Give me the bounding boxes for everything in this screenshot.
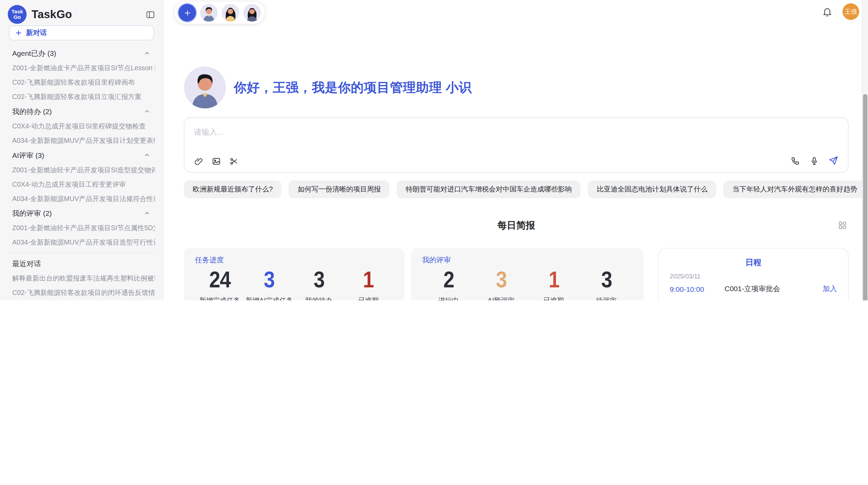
composer-left-tools (194, 157, 239, 166)
sidebar-task-item[interactable]: C02-飞腾新能源轻客改款项目立项汇报方案 (8, 90, 155, 104)
microphone-icon[interactable] (809, 156, 819, 166)
recent-chat-item[interactable]: 公司Q3轻卡销量 (8, 300, 155, 300)
stat-card-label: 任务进度 (195, 255, 393, 265)
stat-card: 我的评审2进行中3AI预评审1已逾期3待评审 (411, 248, 644, 300)
sidebar-task-item[interactable]: C0X4-动力总成开发项目工程变更评审 (8, 177, 155, 191)
main-content: 你好，王强，我是你的项目管理助理 小识 请输入... 欧洲新规最近颁布了什么?如… (184, 25, 848, 300)
agent-avatar-2[interactable] (221, 4, 239, 22)
app-logo: Task Go (8, 5, 27, 24)
suggestion-chip[interactable]: 当下年轻人对汽车外观有怎样的喜好趋势 (724, 181, 866, 198)
vertical-scrollbar[interactable] (862, 0, 868, 300)
layout-grid-icon[interactable] (837, 220, 847, 230)
stat-item: 24新增完成任务 (195, 267, 245, 300)
suggestion-chip[interactable]: 如何写一份清晰的项目周报 (289, 181, 390, 198)
section-label: 我的待办 (2) (12, 107, 52, 116)
new-chat-button[interactable]: 新对话 (9, 25, 154, 40)
section-label: 我的评审 (2) (12, 208, 52, 218)
app-title: TaskGo (32, 8, 141, 21)
recent-chats-header: 最近对话 (8, 257, 155, 271)
add-agent-button[interactable] (178, 4, 196, 22)
recent-chat-item[interactable]: 解释最新出台的欧盟报废车法规再生塑料比例被调至15%... (8, 271, 155, 286)
sidebar-header: Task Go TaskGo (8, 3, 155, 26)
stat-label: 已逾期 (527, 296, 580, 300)
stat-value: 2 (443, 267, 454, 292)
sidebar-section-header[interactable]: AI评审 (3) (8, 148, 155, 163)
left-column: 任务进度24新增完成任务3新增AI完成任务3我的待办1已逾期我的评审2进行中3A… (184, 248, 643, 300)
suggestion-chip[interactable]: 特朗普可能对进口汽车增税会对中国车企造成哪些影响 (397, 181, 581, 198)
assistant-avatar (184, 66, 226, 109)
recent-chat-item[interactable]: C02-飞腾新能源轻客改款项目的闭环通告反馈情况 (8, 286, 155, 300)
chat-input-placeholder: 请输入... (194, 127, 224, 137)
schedule-card: 日程 2025/03/119:00-10:00C001-立项审批会加入2025/… (658, 248, 849, 300)
sidebar-task-item[interactable]: C0X4-动力总成开发项目SI里程碑提交物检查 (8, 119, 155, 133)
schedule-title: 日程 (668, 257, 838, 268)
sidebar-task-item[interactable]: Z001-全新燃油皮卡产品开发项目SI节点Lesson Learn报告 (8, 61, 155, 75)
suggestion-chip[interactable]: 比亚迪全固态电池计划具体说了什么 (588, 181, 716, 198)
user-avatar[interactable]: 王强 (843, 3, 859, 20)
stat-value: 3 (496, 267, 506, 292)
scissors-icon[interactable] (229, 157, 239, 166)
send-icon[interactable] (828, 156, 839, 166)
sidebar-section-header[interactable]: Agent已办 (3) (8, 46, 155, 61)
chevron-up-icon[interactable] (143, 210, 150, 217)
join-meeting-link[interactable]: 加入 (822, 284, 837, 294)
stat-label: 已逾期 (344, 296, 394, 300)
stat-value: 1 (363, 267, 374, 292)
stat-value: 3 (601, 267, 612, 292)
section-label: AI评审 (3) (12, 150, 44, 160)
app-window: Task Go TaskGo 新对话 Agent已办 (3)Z001-全新燃油皮… (0, 0, 868, 300)
stat-value: 1 (548, 267, 559, 292)
stat-label: 新增完成任务 (195, 296, 245, 300)
schedule-event-title: C001-立项审批会 (724, 284, 822, 294)
daily-brief-title: 每日简报 (497, 220, 535, 231)
suggestion-chips: 欧洲新规最近颁布了什么?如何写一份清晰的项目周报特朗普可能对进口汽车增税会对中国… (184, 181, 848, 198)
agent-switcher (174, 2, 265, 24)
plus-icon (183, 9, 191, 17)
stat-value: 3 (264, 267, 275, 292)
sidebar-task-item[interactable]: Z001-全新燃油轻卡产品开发项目SI节点属性5D文件评审 (8, 221, 155, 235)
chevron-up-icon[interactable] (143, 108, 150, 115)
sidebar-task-item[interactable]: A034-全新新能源MUV产品开发项目法规符合性评审 (8, 191, 155, 206)
agent-avatar-3[interactable] (243, 4, 261, 22)
stat-value: 24 (209, 267, 230, 292)
chevron-up-icon[interactable] (143, 152, 150, 159)
new-chat-label: 新对话 (26, 28, 47, 37)
sidebar-task-item[interactable]: A034-全新新能源MUV产品开发项目计划变更表编写 (8, 133, 155, 148)
stat-item: 3待评审 (580, 267, 633, 300)
sidebar-section-header[interactable]: 我的待办 (2) (8, 104, 155, 119)
divider (9, 253, 154, 253)
vertical-scrollbar-thumb[interactable] (863, 94, 867, 300)
schedule-row: 9:00-10:00C001-立项审批会加入 (670, 284, 837, 294)
sidebar: Task Go TaskGo 新对话 Agent已办 (3)Z001-全新燃油皮… (0, 0, 164, 300)
stat-values: 2进行中3AI预评审1已逾期3待评审 (422, 267, 632, 300)
image-icon[interactable] (212, 157, 221, 166)
attachment-icon[interactable] (194, 157, 203, 166)
chat-input-box[interactable]: 请输入... (184, 117, 848, 173)
sidebar-task-item[interactable]: C02-飞腾新能源轻客改款项目里程碑画布 (8, 75, 155, 90)
notifications-bell-icon[interactable] (822, 7, 833, 17)
phone-icon[interactable] (791, 156, 800, 166)
schedule-date: 2025/03/11 (670, 273, 837, 279)
hero: 你好，王强，我是你的项目管理助理 小识 (184, 66, 848, 109)
stat-item: 3AI预评审 (475, 267, 528, 300)
stat-label: 进行中 (422, 296, 475, 300)
suggestion-chip[interactable]: 欧洲新规最近颁布了什么? (184, 181, 281, 198)
stat-values: 24新增完成任务3新增AI完成任务3我的待办1已逾期 (195, 267, 393, 300)
stat-item: 3我的待办 (294, 267, 344, 300)
stat-label: AI预评审 (475, 296, 528, 300)
stat-item: 1已逾期 (344, 267, 394, 300)
sidebar-task-item[interactable]: Z001-全新燃油轻卡产品开发项目SI造型提交物评审 (8, 163, 155, 177)
section-label: Agent已办 (3) (12, 48, 56, 58)
stat-item: 2进行中 (422, 267, 475, 300)
stats-row: 任务进度24新增完成任务3新增AI完成任务3我的待办1已逾期我的评审2进行中3A… (184, 248, 643, 300)
agent-avatar-1[interactable] (200, 4, 218, 22)
stat-label: 新增AI完成任务 (244, 296, 294, 300)
stat-card-label: 我的评审 (422, 255, 632, 265)
stat-item: 3新增AI完成任务 (244, 267, 294, 300)
sidebar-task-item[interactable]: A034-全新新能源MUV产品开发项目造型可行性评审 (8, 235, 155, 250)
sidebar-section-header[interactable]: 我的评审 (2) (8, 206, 155, 221)
stat-value: 3 (314, 267, 324, 292)
stat-card: 任务进度24新增完成任务3新增AI完成任务3我的待办1已逾期 (184, 248, 404, 300)
sidebar-collapse-icon[interactable] (146, 10, 155, 19)
chevron-up-icon[interactable] (143, 50, 150, 57)
